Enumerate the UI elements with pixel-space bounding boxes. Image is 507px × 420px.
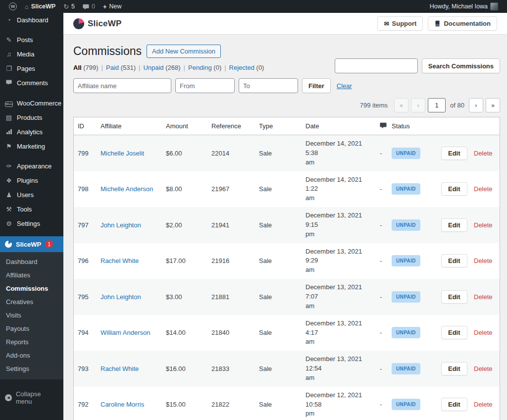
affiliate-name-input[interactable] — [73, 78, 171, 93]
header-id[interactable]: ID — [74, 118, 97, 134]
support-button[interactable]: ✉ Support — [377, 16, 423, 31]
view-paid[interactable]: Paid (531) — [106, 64, 136, 71]
header-amount[interactable]: Amount — [162, 118, 207, 134]
new-content-link[interactable]: + New — [99, 0, 126, 13]
header-note — [376, 117, 388, 135]
next-page-button[interactable]: › — [469, 98, 483, 112]
table-row: 793 Rachel White $16.00 21833 Sale Decem… — [74, 351, 500, 387]
howdy-label: Howdy, Michael Iowa — [430, 3, 488, 10]
submenu-item-commissions[interactable]: Commissions — [0, 282, 63, 295]
add-new-commission-button[interactable]: Add New Commission — [147, 45, 221, 58]
commission-id: 794 — [74, 325, 97, 340]
sidebar-item-appearance[interactable]: ✑ Appearance — [0, 159, 63, 173]
first-page-button[interactable]: « — [394, 98, 408, 112]
delete-link[interactable]: Delete — [474, 401, 493, 408]
sidebar-item-plugins[interactable]: ❖ Plugins — [0, 173, 63, 188]
affiliate-link[interactable]: John Leighton — [101, 293, 141, 301]
submenu-item-creatives[interactable]: Creatives — [0, 295, 63, 309]
affiliate-link[interactable]: Rachel White — [101, 257, 139, 264]
delete-link[interactable]: Delete — [474, 293, 493, 301]
affiliate-link[interactable]: Rachel White — [101, 365, 139, 372]
view-unpaid[interactable]: Unpaid (268) — [143, 64, 180, 71]
sidebar-item-comments[interactable]: Comments — [0, 76, 63, 90]
view-pending[interactable]: Pending (0) — [188, 64, 221, 71]
table-row: 799 Michelle Joselit $6.00 22014 Sale De… — [74, 135, 500, 171]
analytics-icon — [5, 128, 13, 136]
collapse-menu-button[interactable]: ◀ Collapse menu — [0, 386, 63, 409]
submenu-item-settings[interactable]: Settings — [0, 362, 63, 375]
clear-filters-link[interactable]: Clear — [337, 82, 352, 90]
edit-button[interactable]: Edit — [441, 182, 467, 196]
sidebar-item-settings[interactable]: ⚙ Settings — [0, 216, 63, 231]
affiliate-link[interactable]: Caroline Morris — [101, 401, 144, 408]
separator: | — [101, 64, 103, 71]
total-pages-label: of 80 — [450, 102, 464, 109]
sidebar-item-tools[interactable]: ⚒ Tools — [0, 202, 63, 216]
comments-count: 0 — [92, 3, 95, 10]
current-page-input[interactable] — [428, 98, 446, 112]
sidebar-item-label: Media — [17, 51, 34, 58]
submenu-item-payouts[interactable]: Payouts — [0, 322, 63, 335]
last-page-button[interactable]: » — [486, 98, 500, 112]
search-box: Search Commissions — [335, 58, 500, 73]
search-commissions-button[interactable]: Search Commissions — [422, 58, 500, 73]
sidebar-item-analytics[interactable]: Analytics — [0, 125, 63, 139]
sidebar-item-slicewp[interactable]: SliceWP 1 — [0, 236, 63, 252]
view-all[interactable]: All (799) — [73, 64, 99, 71]
updates-link[interactable]: ↻ 5 — [59, 0, 79, 13]
filter-button[interactable]: Filter — [302, 78, 331, 93]
date-to-input[interactable] — [239, 78, 298, 93]
submenu-item-reports[interactable]: Reports — [0, 335, 63, 349]
affiliate-link[interactable]: Michelle Joselit — [101, 150, 144, 157]
sidebar-item-media[interactable]: ♫ Media — [0, 47, 63, 61]
affiliate-link[interactable]: Michelle Anderson — [101, 185, 153, 193]
delete-link[interactable]: Delete — [474, 150, 493, 157]
edit-button[interactable]: Edit — [441, 218, 467, 232]
site-name-link[interactable]: ⌂ SliceWP — [21, 0, 59, 13]
prev-page-button[interactable]: ‹ — [411, 98, 425, 112]
site-name-label: SliceWP — [31, 3, 55, 10]
search-input[interactable] — [335, 58, 418, 73]
view-rejected[interactable]: Rejected (0) — [229, 64, 264, 71]
delete-link[interactable]: Delete — [474, 329, 493, 336]
affiliate-link[interactable]: William Anderson — [101, 329, 150, 336]
date-from-input[interactable] — [175, 78, 235, 93]
sidebar-item-pages[interactable]: ❐ Pages — [0, 61, 63, 76]
commission-note: - — [376, 146, 388, 161]
table-row: 794 William Anderson $14.00 21840 Sale D… — [74, 315, 500, 351]
submenu-item-addons[interactable]: Add-ons — [0, 349, 63, 362]
sidebar-item-posts[interactable]: ✎ Posts — [0, 33, 63, 47]
submenu-item-visits[interactable]: Visits — [0, 309, 63, 322]
header-date[interactable]: Date — [302, 118, 376, 134]
affiliate-link[interactable]: John Leighton — [101, 221, 141, 229]
submenu-item-dashboard[interactable]: Dashboard — [0, 255, 63, 268]
sidebar-item-marketing[interactable]: ⚑ Marketing — [0, 139, 63, 154]
status-badge: UNPAID — [392, 363, 420, 374]
delete-link[interactable]: Delete — [474, 221, 493, 229]
edit-button[interactable]: Edit — [441, 362, 467, 375]
edit-button[interactable]: Edit — [441, 326, 467, 339]
status-badge: UNPAID — [392, 255, 420, 266]
delete-link[interactable]: Delete — [474, 257, 493, 264]
sidebar-item-label: Appearance — [17, 162, 51, 170]
commission-reference: 22014 — [207, 146, 255, 161]
sidebar-item-users[interactable]: ♟ Users — [0, 188, 63, 202]
wp-logo-menu[interactable]: W — [5, 0, 21, 13]
documentation-button[interactable]: Documentation — [428, 16, 497, 31]
commission-date: December 14, 2021 1:22am — [302, 171, 376, 208]
edit-button[interactable]: Edit — [441, 398, 467, 411]
edit-button[interactable]: Edit — [441, 147, 467, 160]
updates-count: 5 — [71, 3, 75, 10]
my-account-link[interactable]: Howdy, Michael Iowa — [426, 0, 502, 13]
sidebar-item-woocommerce[interactable]: Woo WooCommerce — [0, 96, 63, 110]
submenu-item-affiliates[interactable]: Affiliates — [0, 268, 63, 282]
sidebar-item-label: Dashboard — [17, 16, 49, 24]
delete-link[interactable]: Delete — [474, 185, 493, 193]
delete-link[interactable]: Delete — [474, 365, 493, 372]
comments-link[interactable]: 0 — [79, 0, 99, 13]
pages-icon: ❐ — [5, 65, 13, 72]
edit-button[interactable]: Edit — [441, 290, 467, 304]
sidebar-item-products[interactable]: ▤ Products — [0, 110, 63, 125]
sidebar-item-dashboard[interactable]: ◔ Dashboard — [0, 13, 63, 27]
edit-button[interactable]: Edit — [441, 254, 467, 267]
